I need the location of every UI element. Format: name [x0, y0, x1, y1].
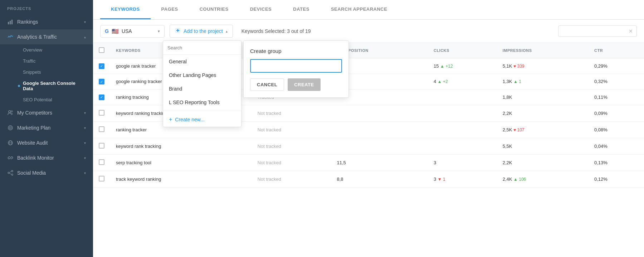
- impressions-delta-up: ▲ 106: [513, 177, 526, 182]
- row-checkbox[interactable]: ✓: [99, 63, 104, 69]
- tab-pages[interactable]: Pages: [151, 0, 189, 19]
- row-impressions: 2,2K: [497, 154, 589, 171]
- overview-label: Overview: [23, 47, 42, 53]
- row-checkbox[interactable]: [99, 126, 104, 132]
- social-label: Social Media: [17, 170, 80, 176]
- dropdown-item-other-landing[interactable]: Other Landing Pages: [163, 68, 241, 82]
- row-checkbox[interactable]: [99, 159, 104, 165]
- analytics-chevron: ▴: [84, 35, 86, 39]
- row-clicks: 3 ▼ 1: [428, 171, 497, 187]
- sidebar-sub-overview[interactable]: Overview: [18, 44, 93, 55]
- row-checkbox-cell: ✓: [93, 58, 110, 74]
- main-content: Keywords Pages Countries Devices Dates S…: [93, 0, 644, 257]
- row-clicks: [428, 138, 497, 154]
- seo-dot: [18, 99, 20, 101]
- impressions-delta-down: ♥ 339: [513, 64, 524, 69]
- create-new-label: Create new...: [175, 117, 205, 122]
- row-ctr: 0,13%: [589, 154, 644, 171]
- svg-point-3: [9, 111, 11, 113]
- row-impressions: 1,3K ▲ 1: [497, 74, 589, 89]
- sidebar-item-competitors[interactable]: My Competitors ▾: [0, 105, 93, 120]
- row-checkbox-cell: [93, 171, 110, 187]
- row-clicks: [428, 89, 497, 105]
- sidebar-sub-gsc[interactable]: Google Search Console Data: [18, 78, 93, 94]
- add-project-icon: [175, 28, 181, 35]
- sidebar-item-marketing[interactable]: Marketing Plan ▾: [0, 120, 93, 135]
- rankings-label: Rankings: [17, 19, 80, 25]
- gsc-label: Google Search Console Data: [23, 81, 86, 91]
- row-impressions: 2,5K ♥ 107: [497, 121, 589, 138]
- row-keyword: serp tracking tool: [110, 154, 252, 171]
- row-ctr: 0,12%: [589, 171, 644, 187]
- dropdown-search-field[interactable]: [163, 41, 241, 55]
- tab-devices[interactable]: Devices: [239, 0, 283, 19]
- keyword-search-input[interactable]: [562, 29, 629, 34]
- backlink-label: Backlink Monitor: [17, 155, 80, 161]
- bar-chart-icon: [7, 19, 14, 25]
- sidebar-sub-traffic[interactable]: Traffic: [18, 55, 93, 67]
- row-keyword: keyword rank tracking: [110, 138, 252, 154]
- dropdown-item-general[interactable]: General: [163, 55, 241, 68]
- tab-keywords[interactable]: Keywords: [100, 0, 151, 19]
- dropdown-item-l-seo[interactable]: L SEO Reporting Tools: [163, 96, 241, 109]
- row-checkbox-cell: [93, 121, 110, 138]
- row-ctr: 0,08%: [589, 121, 644, 138]
- google-icon: G: [105, 28, 109, 34]
- row-checkbox-cell: [93, 138, 110, 154]
- sidebar-item-audit[interactable]: Website Audit ▾: [0, 135, 93, 150]
- audit-label: Website Audit: [17, 140, 80, 146]
- svg-rect-0: [8, 22, 9, 24]
- users-icon: [7, 110, 14, 116]
- projects-label: PROJECTS: [0, 0, 93, 14]
- row-checkbox[interactable]: [99, 110, 104, 116]
- select-all-checkbox[interactable]: [99, 47, 104, 53]
- th-clicks: CLICKS: [428, 43, 497, 58]
- sidebar-sub-snippets[interactable]: Snippets: [18, 67, 93, 78]
- search-clear-icon[interactable]: ✕: [629, 28, 633, 34]
- row-ctr: 0,29%: [589, 58, 644, 74]
- th-ctr: CTR: [589, 43, 644, 58]
- sidebar-item-analytics[interactable]: Analytics & Traffic ▴: [0, 29, 93, 44]
- row-checkbox[interactable]: ✓: [99, 79, 104, 84]
- dropdown-create-new[interactable]: + Create new...: [163, 112, 241, 127]
- keyword-search-box[interactable]: ✕: [558, 25, 637, 37]
- country-chevron-icon: ▾: [158, 29, 160, 34]
- tab-countries[interactable]: Countries: [189, 0, 239, 19]
- add-to-project-button[interactable]: Add to the project ▴: [170, 25, 233, 38]
- row-position: Not tracked: [252, 105, 331, 121]
- seo-label: SEO Potential: [23, 97, 52, 102]
- svg-point-12: [11, 174, 13, 175]
- row-keyword: track keyword ranking: [110, 171, 252, 187]
- sidebar-item-backlink[interactable]: Backlink Monitor ▾: [0, 150, 93, 165]
- country-selector[interactable]: G 🇺🇸 USA ▾: [100, 25, 165, 38]
- tab-dates[interactable]: Dates: [282, 0, 320, 19]
- row-checkbox[interactable]: ✓: [99, 94, 104, 100]
- usa-flag: 🇺🇸: [112, 28, 119, 35]
- marketing-label: Marketing Plan: [17, 125, 80, 131]
- create-button[interactable]: CREATE: [288, 78, 320, 91]
- clicks-delta-up: ▲ +12: [440, 64, 453, 69]
- toolbar: G 🇺🇸 USA ▾ Add to the project ▴ Keywords…: [93, 20, 644, 43]
- row-checkbox[interactable]: [99, 176, 104, 181]
- dropdown-search-input[interactable]: [167, 45, 237, 50]
- row-clicks: 3: [428, 154, 497, 171]
- dropdown-item-brand[interactable]: Brand: [163, 82, 241, 96]
- sidebar-item-social[interactable]: Social Media ▾: [0, 165, 93, 180]
- sidebar-item-rankings[interactable]: Rankings ▾: [0, 14, 93, 29]
- svg-rect-1: [10, 21, 11, 24]
- traffic-dot: [18, 60, 20, 62]
- create-group-input[interactable]: [250, 59, 342, 73]
- row-impressions: 5,1K ♥ 339: [497, 58, 589, 74]
- target-icon: [7, 125, 14, 131]
- row-ctr: 0,09%: [589, 105, 644, 121]
- svg-point-11: [11, 170, 13, 172]
- cancel-button[interactable]: CANCEL: [250, 78, 284, 91]
- row-checkbox[interactable]: [99, 143, 104, 149]
- row-clicks: 4 ▲ +2: [428, 74, 497, 89]
- tab-search-appearance[interactable]: Search Appearance: [320, 0, 398, 19]
- social-chevron: ▾: [84, 171, 86, 175]
- sidebar-sub-seo[interactable]: SEO Potential: [18, 94, 93, 105]
- svg-line-15: [9, 173, 11, 174]
- row-position: Not tracked: [252, 121, 331, 138]
- row-position: Not tracked: [252, 171, 331, 187]
